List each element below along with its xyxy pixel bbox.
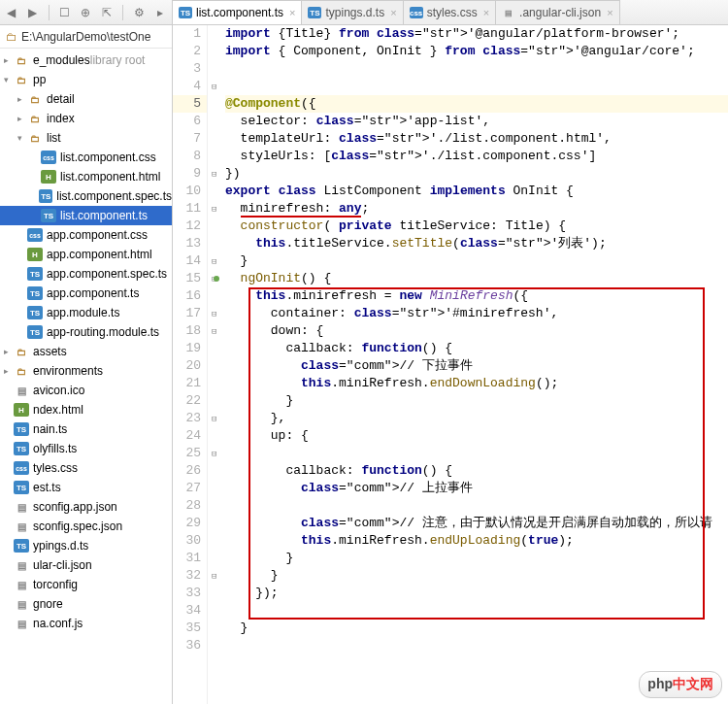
- editor-tab[interactable]: ▤.angular-cli.json×: [495, 0, 619, 24]
- code-line[interactable]: }: [225, 252, 728, 270]
- tree-item[interactable]: ▤torconfig: [0, 575, 172, 594]
- code-line[interactable]: });: [225, 585, 728, 602]
- code-line[interactable]: ngOnInit() {: [225, 270, 728, 287]
- code-line[interactable]: [225, 445, 728, 462]
- expand-icon[interactable]: ▸: [17, 94, 27, 104]
- code-line[interactable]: [225, 497, 728, 515]
- tree-item[interactable]: TSapp.component.ts: [0, 284, 172, 303]
- code-line[interactable]: }: [225, 620, 728, 637]
- code-line[interactable]: callback: function() {: [225, 340, 728, 357]
- close-icon[interactable]: ×: [390, 7, 396, 18]
- code-line[interactable]: styleUrls: [class="str">'./list.componen…: [225, 148, 728, 165]
- editor-tab[interactable]: cssstyles.css×: [403, 0, 496, 24]
- code-line[interactable]: this.miniRefresh.endDownLoading();: [225, 375, 728, 392]
- tree-item[interactable]: TSypings.d.ts: [0, 536, 172, 555]
- code-line[interactable]: selector: class="str">'app-list',: [225, 113, 728, 130]
- code-line[interactable]: [225, 602, 728, 620]
- code-line[interactable]: },: [225, 410, 728, 427]
- tree-item[interactable]: ▤sconfig.spec.json: [0, 517, 172, 536]
- code-line[interactable]: this.titleService.setTitle(class="str">'…: [225, 235, 728, 252]
- tree-item[interactable]: ▾🗀list: [0, 128, 172, 148]
- nav-left-icon[interactable]: ◀: [4, 5, 19, 20]
- code-line[interactable]: @Component({: [225, 95, 728, 113]
- code-line[interactable]: minirefresh: any;: [225, 200, 728, 218]
- tree-item[interactable]: Happ.component.html: [0, 245, 172, 264]
- fold-icon[interactable]: ⊟: [212, 414, 216, 424]
- code-editor[interactable]: 1234567891011121314151617181920212223242…: [173, 25, 728, 704]
- code-line[interactable]: import { Component, OnInit } from class=…: [225, 43, 728, 60]
- code-line[interactable]: this.minirefresh = new MiniRefresh({: [225, 287, 728, 305]
- tree-item[interactable]: ▸🗀e_modules library root: [0, 50, 172, 70]
- tree-item[interactable]: TSapp-routing.module.ts: [0, 322, 172, 342]
- expand-icon[interactable]: ▾: [17, 133, 27, 143]
- editor-tab[interactable]: TSlist.component.ts×: [172, 0, 302, 24]
- expand-icon[interactable]: ▸: [17, 114, 27, 123]
- code-line[interactable]: callback: function() {: [225, 462, 728, 480]
- fold-icon[interactable]: ⊟: [212, 571, 216, 582]
- fold-icon[interactable]: ⊟: [212, 309, 216, 319]
- expand-icon[interactable]: ▸: [4, 347, 14, 356]
- expand-icon[interactable]: ▸: [4, 366, 14, 376]
- code-line[interactable]: [225, 78, 728, 95]
- file-tree[interactable]: ▸🗀e_modules library root▾🗀pp▸🗀detail▸🗀in…: [0, 49, 172, 704]
- tree-item[interactable]: csslist.component.css: [0, 148, 172, 167]
- fold-icon[interactable]: ⊟: [212, 82, 216, 92]
- tree-item[interactable]: cssapp.component.css: [0, 225, 172, 245]
- editor-tab[interactable]: TStypings.d.ts×: [301, 0, 403, 24]
- close-icon[interactable]: ×: [607, 7, 612, 18]
- target-icon[interactable]: ⊕: [79, 5, 94, 20]
- code-content[interactable]: import {Title} from class="str">'@angula…: [225, 25, 728, 704]
- tree-item[interactable]: TSolyfills.ts: [0, 439, 172, 458]
- code-line[interactable]: export class ListComponent implements On…: [225, 183, 728, 200]
- tree-item[interactable]: TSlist.component.ts: [0, 206, 172, 225]
- code-line[interactable]: class="comm">// 上拉事件: [225, 480, 728, 497]
- tree-item[interactable]: ▸🗀environments: [0, 361, 172, 381]
- code-line[interactable]: up: {: [225, 427, 728, 445]
- code-line[interactable]: down: {: [225, 322, 728, 340]
- fold-icon[interactable]: ⊟: [212, 256, 216, 267]
- tree-item[interactable]: Hlist.component.html: [0, 167, 172, 186]
- gear-icon[interactable]: ⚙: [131, 5, 147, 20]
- tree-item[interactable]: TSlist.component.spec.ts: [0, 186, 172, 206]
- tree-item[interactable]: ▤na.conf.js: [0, 614, 172, 633]
- code-line[interactable]: }: [225, 550, 728, 567]
- code-line[interactable]: container: class="str">'#minirefresh',: [225, 305, 728, 322]
- tree-item[interactable]: TSapp.module.ts: [0, 303, 172, 322]
- fold-icon[interactable]: ⊟: [212, 449, 216, 459]
- tree-item[interactable]: ▤gnore: [0, 594, 172, 614]
- code-line[interactable]: import {Title} from class="str">'@angula…: [225, 25, 728, 43]
- tree-item[interactable]: ▾🗀pp: [0, 70, 172, 89]
- fold-icon[interactable]: ⊟: [212, 326, 216, 337]
- code-line[interactable]: class="comm">// 注意，由于默认情况是开启满屏自动加载的，所以请: [225, 515, 728, 532]
- tree-item[interactable]: ▤sconfig.app.json: [0, 497, 172, 517]
- tree-item[interactable]: ▤avicon.ico: [0, 381, 172, 400]
- tree-item[interactable]: ▸🗀index: [0, 109, 172, 128]
- tree-item[interactable]: TSest.ts: [0, 478, 172, 497]
- tree-item[interactable]: ▸🗀assets: [0, 342, 172, 361]
- code-line[interactable]: this.miniRefresh.endUpLoading(true);: [225, 532, 728, 550]
- tree-item[interactable]: Hndex.html: [0, 400, 172, 419]
- tree-item[interactable]: TSapp.component.spec.ts: [0, 264, 172, 284]
- show-folder-icon[interactable]: ☐: [57, 5, 73, 20]
- code-line[interactable]: class="comm">// 下拉事件: [225, 357, 728, 375]
- fold-icon[interactable]: ⊟: [212, 169, 216, 180]
- code-line[interactable]: }): [225, 165, 728, 183]
- code-line[interactable]: }: [225, 567, 728, 585]
- close-icon[interactable]: ×: [289, 7, 295, 18]
- code-line[interactable]: }: [225, 392, 728, 410]
- tree-item[interactable]: csstyles.css: [0, 458, 172, 478]
- expand-icon[interactable]: ▾: [4, 75, 14, 84]
- hide-icon[interactable]: ▸: [152, 5, 168, 20]
- code-line[interactable]: [225, 60, 728, 78]
- code-line[interactable]: templateUrl: class="str">'./list.compone…: [225, 130, 728, 148]
- code-line[interactable]: constructor( private titleService: Title…: [225, 218, 728, 235]
- code-line[interactable]: [225, 637, 728, 654]
- tree-item[interactable]: TSnain.ts: [0, 419, 172, 439]
- close-icon[interactable]: ×: [483, 7, 489, 18]
- expand-icon[interactable]: ▸: [4, 55, 14, 65]
- nav-right-icon[interactable]: ▶: [25, 5, 41, 20]
- tree-item[interactable]: ▸🗀detail: [0, 89, 172, 109]
- collapse-icon[interactable]: ⇱: [99, 5, 115, 20]
- fold-icon[interactable]: ⊟: [212, 204, 216, 215]
- tree-item[interactable]: ▤ular-cli.json: [0, 555, 172, 575]
